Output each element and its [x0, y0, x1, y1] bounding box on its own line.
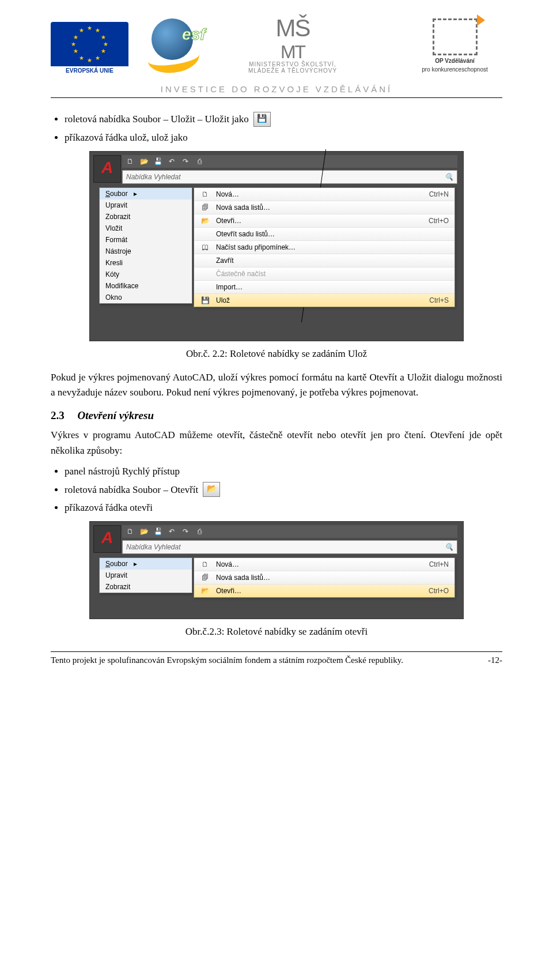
sub-item-otevrit-sadu: Otevřít sadu listů… — [194, 227, 454, 240]
msmt-line-1: MINISTERSTVO ŠKOLSTVÍ, — [241, 61, 344, 67]
sub-item-otevri: 📂Otevři…Ctrl+O — [194, 584, 454, 597]
msmt-logo: MŠMT MINISTERSTVO ŠKOLSTVÍ, MLÁDEŽE A TĚ… — [241, 17, 344, 74]
file-new-icon: 🗋 — [200, 560, 210, 568]
menu-soubor: Soubor ▸ — [100, 188, 192, 199]
menu-kresli: Kresli — [100, 257, 192, 269]
quick-access-toolbar: 🗋 📂 💾 ↶ ↷ ⎙ — [122, 525, 457, 538]
qat-new-icon: 🗋 — [126, 527, 135, 536]
msmt-line-2: MLÁDEŽE A TĚLOVÝCHOVY — [241, 67, 344, 74]
bullets-top: roletová nabídka Soubor – Uložit – Uloži… — [65, 112, 502, 145]
sub-item-nova-sada: 🗐Nová sada listů… — [194, 201, 454, 214]
op-line-1: OP Vzdělávání — [407, 58, 502, 64]
qat-redo-icon: ↷ — [181, 157, 190, 165]
sub-item-nova-sada: 🗐Nová sada listů… — [194, 571, 454, 584]
figure-caption-2: Obr.č.2.3: Roletové nabídky se zadáním o… — [51, 626, 502, 638]
qat-print-icon: ⎙ — [195, 527, 204, 536]
menu-koty: Kóty — [100, 269, 192, 280]
header-logos: ★ ★ ★ ★ ★ ★ ★ ★ ★ ★ ★ ★ EVROPSKÁ UNIE es… — [51, 17, 502, 81]
markup-icon: 🕮 — [200, 243, 210, 251]
eu-flag-icon: ★ ★ ★ ★ ★ ★ ★ ★ ★ ★ ★ ★ EVROPSKÁ UNIE — [51, 22, 128, 74]
search-placeholder: Nabídka Vyhledat — [126, 541, 181, 553]
bullet-text: roletová nabídka Soubor – Uložit – Uloži… — [65, 112, 249, 127]
search-icon: 🔍 — [445, 541, 453, 553]
esf-logo-icon: esf — [137, 17, 218, 75]
footer-text: Tento projekt je spolufinancován Evropsk… — [51, 655, 403, 665]
open-icon: 📂 — [200, 217, 210, 225]
autocad-app-icon: A — [93, 155, 121, 183]
menu-zobrazit: Zobrazit — [100, 581, 192, 593]
submenu-soubor: 🗋Nová…Ctrl+N 🗐Nová sada listů… 📂Otevři…C… — [194, 187, 455, 307]
section-heading-2-3: 2.3 Otevření výkresu — [51, 409, 502, 422]
menu-nastroje: Nástroje — [100, 246, 192, 257]
msmt-icon: MŠMT — [241, 17, 344, 61]
autocad-app-icon: A — [93, 525, 121, 553]
qat-save-icon: 💾 — [153, 527, 162, 536]
sub-item-zavrit: Zavřít — [194, 254, 454, 267]
menu-okno: Okno — [100, 292, 192, 303]
section-number: 2.3 — [51, 409, 65, 421]
quick-access-toolbar: 🗋 📂 💾 ↶ ↷ ⎙ — [122, 155, 457, 168]
search-placeholder: Nabídka Vyhledat — [126, 171, 181, 183]
figure-caption-1: Obr.č. 2.2: Roletové nabídky se zadáním … — [51, 348, 502, 360]
paragraph-2: Výkres v programu AutoCAD můžeme otevřít… — [51, 428, 502, 458]
menu-upravit: Upravit — [100, 570, 192, 581]
qat-print-icon: ⎙ — [195, 157, 204, 165]
bullets-mid: panel nástrojů Rychlý přístup roletová n… — [65, 464, 502, 515]
menu-search: Nabídka Vyhledat 🔍 — [122, 170, 457, 184]
qat-new-icon: 🗋 — [126, 157, 135, 165]
submenu-soubor: 🗋Nová…Ctrl+N 🗐Nová sada listů… 📂Otevři…C… — [194, 557, 455, 598]
menu-search: Nabídka Vyhledat 🔍 — [122, 540, 457, 554]
bullet-item: příkazová řádka ulož, ulož jako — [65, 130, 502, 145]
sub-item-nova: 🗋Nová…Ctrl+N — [194, 188, 454, 201]
file-new-icon: 🗋 — [200, 190, 210, 198]
sheet-set-icon: 🗐 — [200, 203, 210, 212]
tagline: INVESTICE DO ROZVOJE VZDĚLÁVÁNÍ — [51, 84, 502, 94]
bullet-item: roletová nabídka Soubor – Otevřít 📂 — [65, 482, 502, 497]
search-icon: 🔍 — [445, 171, 453, 183]
sub-item-nacist-pripominky: 🕮Načíst sadu připomínek… — [194, 240, 454, 254]
bullet-item: příkazová řádka otevři — [65, 500, 502, 515]
sub-item-uloz: 💾UložCtrl+S — [194, 293, 454, 307]
menu-upravit: Upravit — [100, 199, 192, 211]
qat-undo-icon: ↶ — [167, 527, 176, 536]
save-icon: 💾 — [253, 112, 271, 127]
menu-soubor: Soubor ▸ — [100, 558, 192, 570]
eu-label: EVROPSKÁ UNIE — [51, 66, 128, 75]
sub-item-otevri: 📂Otevři…Ctrl+O — [194, 214, 454, 227]
qat-open-icon: 📂 — [139, 157, 149, 165]
op-logo: OP Vzdělávání pro konkurenceschopnost — [407, 18, 502, 73]
open-icon: 📂 — [200, 587, 210, 595]
bullet-text: příkazová řádka ulož, ulož jako — [65, 132, 188, 143]
menu-format: Formát — [100, 234, 192, 246]
op-line-2: pro konkurenceschopnost — [407, 66, 502, 73]
sub-item-nova: 🗋Nová…Ctrl+N — [194, 558, 454, 571]
footer-divider — [51, 651, 502, 652]
save-icon: 💾 — [200, 296, 210, 304]
page-number: -12- — [488, 655, 502, 665]
qat-save-icon: 💾 — [153, 157, 162, 165]
bullet-item: roletová nabídka Soubor – Uložit – Uloži… — [65, 112, 502, 127]
qat-redo-icon: ↷ — [181, 527, 190, 536]
menu-vlozit: Vložit — [100, 223, 192, 234]
menu-modifikace: Modifikace — [100, 280, 192, 292]
paragraph-1: Pokud je výkres pojmenovaný AutoCAD, ulo… — [51, 370, 502, 401]
sub-item-import: Import… — [194, 280, 454, 293]
screenshot-autocad-menu-uloz: A 🗋 📂 💾 ↶ ↷ ⎙ Nabídka Vyhledat 🔍 Soubor … — [89, 151, 464, 341]
footer: Tento projekt je spolufinancován Evropsk… — [51, 655, 502, 665]
sub-item-castecne-nac: Částečně načíst — [194, 267, 454, 280]
menu-bar-list: Soubor ▸ Upravit Zobrazit Vložit Formát … — [99, 187, 192, 304]
menu-zobrazit: Zobrazit — [100, 211, 192, 223]
header-divider — [51, 97, 502, 98]
bullet-item: panel nástrojů Rychlý přístup — [65, 464, 502, 479]
qat-open-icon: 📂 — [139, 527, 149, 536]
screenshot-autocad-menu-otevri: A 🗋 📂 💾 ↶ ↷ ⎙ Nabídka Vyhledat 🔍 Soubor … — [89, 521, 464, 619]
menu-label: oubor — [110, 190, 128, 198]
sheet-set-icon: 🗐 — [200, 574, 210, 582]
op-shape-icon — [433, 18, 478, 55]
section-title: Otevření výkresu — [78, 409, 154, 421]
menu-bar-list: Soubor ▸ Upravit Zobrazit — [99, 557, 192, 593]
qat-undo-icon: ↶ — [167, 157, 176, 165]
open-icon: 📂 — [203, 482, 220, 497]
